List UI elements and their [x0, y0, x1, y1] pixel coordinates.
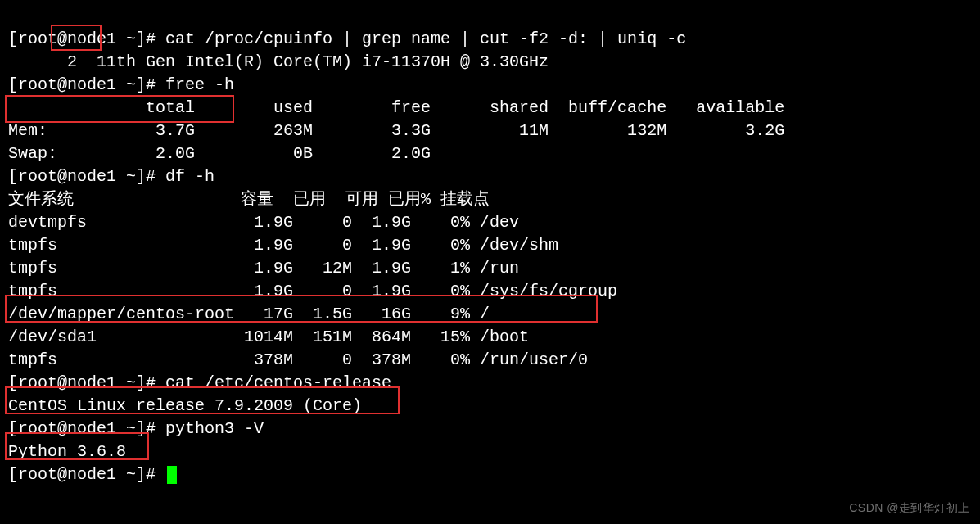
- cursor-icon[interactable]: [167, 466, 177, 484]
- out-free-header: total used free shared buff/cache availa…: [8, 98, 784, 117]
- out-df-row: /dev/mapper/centos-root 17G 1.5G 16G 9% …: [8, 305, 490, 323]
- watermark: CSDN @走到华灯初上: [849, 496, 970, 519]
- prompt: [root@node1 ~]#: [8, 419, 165, 438]
- prompt: [root@node1 ~]#: [8, 465, 165, 484]
- cmd-centos: cat /etc/centos-release: [165, 373, 391, 392]
- out-df-header: 文件系统 容量 已用 可用 已用% 挂载点: [8, 190, 490, 209]
- out-df-row: devtmpfs 1.9G 0 1.9G 0% /dev: [8, 213, 519, 232]
- prompt: [root@node1 ~]#: [8, 75, 165, 94]
- cmd-df: df -h: [165, 167, 215, 186]
- out-df-row: tmpfs 1.9G 12M 1.9G 1% /run: [8, 259, 519, 278]
- cmd-python: python3 -V: [165, 419, 264, 438]
- cmd-cpuinfo: cat /proc/cpuinfo | grep name | cut -f2 …: [165, 29, 686, 48]
- out-cpuinfo: 2 11th Gen Intel(R) Core(TM) i7-11370H @…: [8, 52, 549, 71]
- out-free-swap: Swap: 2.0G 0B 2.0G: [8, 144, 431, 163]
- out-free-mem: Mem: 3.7G 263M 3.3G 11M 132M 3.2G: [8, 121, 784, 140]
- out-centos: CentOS Linux release 7.9.2009 (Core): [8, 396, 362, 415]
- out-df-row: tmpfs 1.9G 0 1.9G 0% /sys/fs/cgroup: [8, 282, 617, 300]
- out-df-row: tmpfs 1.9G 0 1.9G 0% /dev/shm: [8, 236, 558, 255]
- prompt: [root@node1 ~]#: [8, 373, 165, 392]
- out-python: Python 3.6.8: [8, 442, 126, 461]
- prompt: [root@node1 ~]#: [8, 167, 165, 186]
- out-df-row: tmpfs 378M 0 378M 0% /run/user/0: [8, 350, 588, 369]
- terminal-output: [root@node1 ~]# cat /proc/cpuinfo | grep…: [0, 0, 980, 491]
- prompt: [root@node1 ~]#: [8, 29, 165, 48]
- cmd-free: free -h: [165, 75, 234, 94]
- out-df-row: /dev/sda1 1014M 151M 864M 15% /boot: [8, 328, 529, 346]
